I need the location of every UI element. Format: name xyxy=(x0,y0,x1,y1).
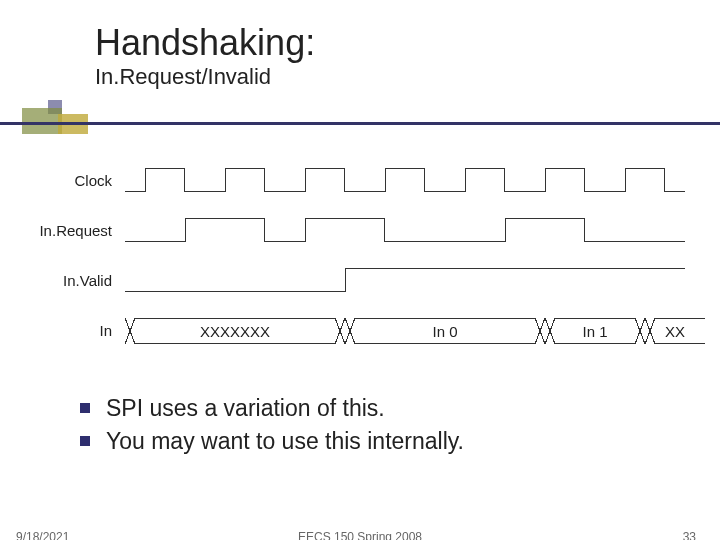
timing-diagram: Clock In.Request xyxy=(30,160,690,380)
request-waveform xyxy=(125,210,685,250)
in-label: In xyxy=(30,310,118,350)
bus-label-xx: XX xyxy=(655,318,695,344)
bus-label-in0: In 0 xyxy=(355,318,535,344)
valid-label: In.Valid xyxy=(30,260,118,300)
slide-title: Handshaking: xyxy=(95,22,315,64)
valid-waveform xyxy=(125,260,685,300)
bus-segment-in1: In 1 xyxy=(545,318,645,344)
bullet-icon xyxy=(80,436,90,446)
bus-segment-xx: XX xyxy=(645,318,705,344)
bullet-list: SPI uses a variation of this. You may wa… xyxy=(80,395,464,461)
bus-segment-in0: In 0 xyxy=(345,318,545,344)
title-block: Handshaking: In.Request/Invalid xyxy=(95,22,315,90)
in-row: In XXXXXXX In 0 In xyxy=(30,310,690,350)
slide: Handshaking: In.Request/Invalid Clock xyxy=(0,0,720,540)
bullet-text: SPI uses a variation of this. xyxy=(106,395,385,421)
clock-waveform xyxy=(125,160,685,200)
footer-page: 33 xyxy=(683,530,696,540)
bus-segment-x: XXXXXXX xyxy=(125,318,345,344)
bus-label-in1: In 1 xyxy=(555,318,635,344)
slide-subtitle: In.Request/Invalid xyxy=(95,64,315,90)
request-label: In.Request xyxy=(30,210,118,250)
title-separator xyxy=(0,122,720,136)
bullet-item: SPI uses a variation of this. xyxy=(80,395,464,422)
in-bus-waveform: XXXXXXX In 0 In 1 XX xyxy=(125,310,685,350)
footer-course: EECS 150 Spring 2008 xyxy=(0,530,720,540)
clock-label: Clock xyxy=(30,160,118,200)
bullet-icon xyxy=(80,403,90,413)
request-row: In.Request xyxy=(30,210,690,250)
clock-row: Clock xyxy=(30,160,690,200)
valid-row: In.Valid xyxy=(30,260,690,300)
bus-label-x: XXXXXXX xyxy=(135,318,335,344)
bullet-item: You may want to use this internally. xyxy=(80,428,464,455)
bullet-text: You may want to use this internally. xyxy=(106,428,464,454)
